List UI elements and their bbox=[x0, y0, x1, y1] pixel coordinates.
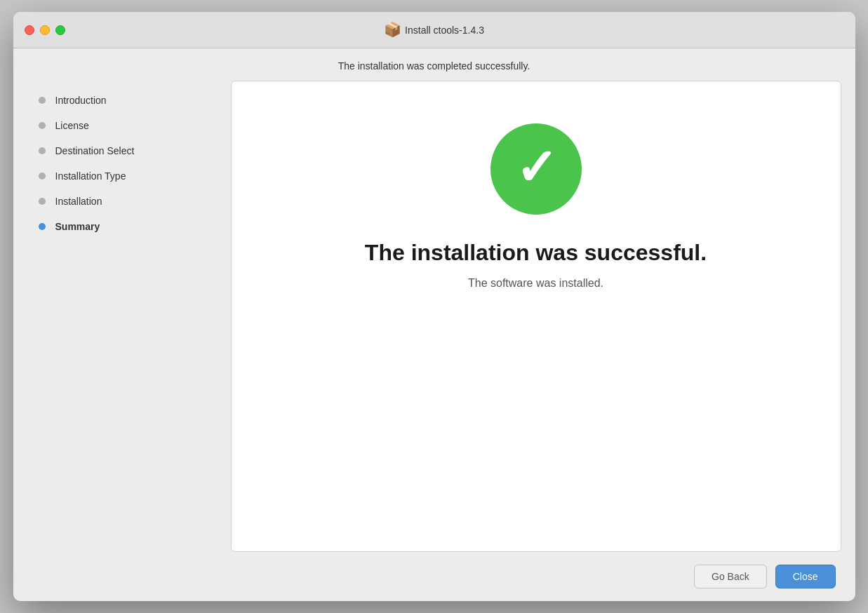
minimize-window-button[interactable] bbox=[40, 25, 50, 35]
completion-message: The installation was completed successfu… bbox=[338, 60, 530, 72]
sidebar-label-installation-type: Installation Type bbox=[55, 170, 126, 182]
close-window-button[interactable] bbox=[25, 25, 34, 35]
success-icon-wrapper: ✓ bbox=[490, 123, 582, 215]
window-title: Install ctools-1.4.3 bbox=[405, 25, 484, 36]
sidebar: Introduction License Destination Select … bbox=[27, 81, 231, 552]
sidebar-label-installation: Installation bbox=[55, 196, 102, 207]
bottom-bar: Go Back Close bbox=[13, 552, 855, 601]
window-body: The installation was completed successfu… bbox=[13, 48, 855, 601]
sidebar-item-installation: Installation bbox=[27, 189, 231, 214]
sidebar-label-summary: Summary bbox=[55, 221, 100, 232]
success-circle: ✓ bbox=[490, 123, 582, 215]
sidebar-dot-destination-select bbox=[39, 147, 46, 154]
content-panel: ✓ The installation was successful. The s… bbox=[231, 81, 841, 552]
sidebar-item-license: License bbox=[27, 113, 231, 138]
sidebar-dot-introduction bbox=[39, 97, 46, 104]
app-icon: 📦 bbox=[384, 22, 399, 38]
close-button[interactable]: Close bbox=[775, 565, 836, 588]
sidebar-dot-summary bbox=[39, 223, 46, 230]
success-title: The installation was successful. bbox=[365, 240, 707, 266]
sidebar-label-license: License bbox=[55, 120, 89, 131]
go-back-button[interactable]: Go Back bbox=[694, 565, 767, 588]
sidebar-label-destination-select: Destination Select bbox=[55, 145, 135, 156]
sidebar-item-introduction: Introduction bbox=[27, 88, 231, 113]
installer-window: 📦 Install ctools-1.4.3 The installation … bbox=[13, 12, 855, 601]
sidebar-item-installation-type: Installation Type bbox=[27, 163, 231, 189]
checkmark-icon: ✓ bbox=[515, 142, 557, 193]
success-subtitle: The software was installed. bbox=[468, 277, 603, 290]
sidebar-item-summary: Summary bbox=[27, 214, 231, 239]
sidebar-dot-installation-type bbox=[39, 173, 46, 180]
sidebar-dot-installation bbox=[39, 198, 46, 205]
traffic-lights bbox=[25, 25, 65, 35]
title-bar-content: 📦 Install ctools-1.4.3 bbox=[384, 22, 484, 38]
top-bar: The installation was completed successfu… bbox=[13, 48, 855, 81]
main-content: Introduction License Destination Select … bbox=[13, 81, 855, 552]
sidebar-item-destination-select: Destination Select bbox=[27, 138, 231, 163]
maximize-window-button[interactable] bbox=[55, 25, 65, 35]
sidebar-label-introduction: Introduction bbox=[55, 95, 107, 106]
title-bar: 📦 Install ctools-1.4.3 bbox=[13, 12, 855, 48]
sidebar-dot-license bbox=[39, 122, 46, 129]
